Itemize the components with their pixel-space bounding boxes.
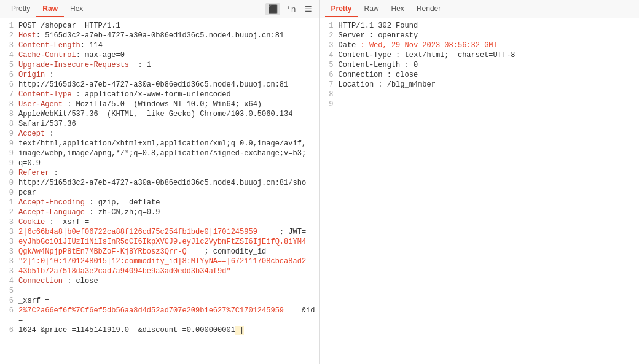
line-text (339, 90, 637, 99)
line: 343b51b72a7518da3e2cad7a94094be9a3ad0edd… (0, 266, 320, 276)
line-text: Content-Type : text/html; charset=UTF-8 (339, 50, 637, 60)
line: 0pcar (0, 188, 320, 198)
line-number: 2 (2, 207, 14, 217)
line-number: 2 (323, 31, 334, 41)
line-text: HTTP/1.1 302 Found (339, 21, 637, 31)
line-number: 5 (2, 60, 14, 70)
line-number: 6 (2, 296, 14, 306)
line-text: http://5165d3c2-a7eb-4727-a30a-0b86ed1d3… (18, 178, 317, 188)
line-number: 0 (2, 178, 14, 188)
line: 3Cookie : _xsrf = (0, 217, 320, 227)
line: 7Content-Type : application/x-www-form-u… (0, 90, 320, 99)
line: 7Location : /blg_m4mber (320, 80, 640, 90)
line-number: 1 (2, 198, 14, 207)
left-tab-pretty[interactable]: Pretty (5, 1, 36, 17)
line: 9q=0.9 (0, 158, 320, 168)
line-number: 7 (2, 90, 14, 99)
line-text: User-Agent : Mozilla/5.0 (Windows NT 10.… (18, 99, 317, 109)
line-text: Upgrade-Insecure-Requests : 1 (18, 60, 317, 70)
right-content: 1HTTP/1.1 302 Found2Server : openresty3D… (320, 18, 640, 364)
line-text: Referer : (18, 168, 317, 178)
line-text: Origin : (18, 70, 317, 80)
line-number: 6 (2, 80, 14, 90)
line: 3Content-Length: 114 (0, 41, 320, 50)
line-number: 9 (323, 99, 334, 109)
line-text: POST /shopcar HTTP/1.1 (18, 21, 317, 31)
line: 8 (320, 90, 640, 99)
line-text: q=0.9 (18, 158, 317, 168)
line-number: 3 (2, 217, 14, 227)
menu-icon[interactable]: ☰ (302, 3, 315, 15)
right-tab-hex[interactable]: Hex (385, 1, 410, 17)
line: 2Accept-Language : zh-CN,zh;q=0.9 (0, 207, 320, 217)
line-text (339, 99, 637, 109)
line-number: 9 (2, 158, 14, 168)
left-panel: Pretty Raw Hex ⬛ ⁱn ☰ 1POST /shopcar HTT… (0, 0, 320, 364)
line: 0Referer : (0, 168, 320, 178)
line: 5Content-Length : 0 (320, 60, 640, 70)
line: 9 (320, 99, 640, 109)
line-text (18, 286, 317, 296)
line: 8Safari/537.36 (0, 119, 320, 129)
line: 5Upgrade-Insecure-Requests : 1 (0, 60, 320, 70)
line-number: 9 (2, 149, 14, 158)
line-text: Cookie : _xsrf = (18, 217, 317, 227)
line-number: 3 (2, 247, 14, 257)
line-number: 4 (2, 50, 14, 60)
line: 1POST /shopcar HTTP/1.1 (0, 21, 320, 31)
line-text: Safari/537.36 (18, 119, 317, 129)
line-text: eyJhbGciOiJIUzI1NiIsInR5cCI6IkpXVCJ9.eyJ… (18, 237, 317, 247)
line-text: Cache-Control: max-age=0 (18, 50, 317, 60)
right-tab-pretty[interactable]: Pretty (325, 1, 358, 17)
line-number: 3 (2, 266, 14, 276)
line-number: 9 (2, 139, 14, 149)
line-text: Connection : close (18, 276, 317, 286)
line-number: 3 (2, 41, 14, 50)
line: 9Accept : (0, 129, 320, 139)
line-text: "2|1:0|10:1701248015|12:commodity_id|8:M… (18, 257, 317, 266)
line-number: 1 (2, 21, 14, 31)
line: 8AppleWebKit/537.36 (KHTML, like Gecko) … (0, 109, 320, 119)
line-text: Date : Wed, 29 Nov 2023 08:56:32 GMT (339, 41, 637, 50)
line: 6_xsrf = (0, 296, 320, 306)
left-tab-hex[interactable]: Hex (64, 1, 89, 17)
line: 32|6c66b4a8|b0ef06722ca88f126cd75c254fb1… (0, 227, 320, 237)
line-number: 4 (323, 50, 334, 60)
line: 5 (0, 286, 320, 296)
line: 1Accept-Encoding : gzip, deflate (0, 198, 320, 207)
wrap-icon[interactable]: ⁱn (284, 3, 299, 15)
line-text: Location : /blg_m4mber (339, 80, 637, 90)
line-number: 9 (2, 129, 14, 139)
line-number: 5 (323, 60, 334, 70)
line-text: 43b51b72a7518da3e2cad7a94094be9a3ad0edd3… (18, 266, 317, 276)
left-tab-raw[interactable]: Raw (36, 1, 64, 17)
line: 6Connection : close (320, 70, 640, 80)
line: 2Server : openresty (320, 31, 640, 41)
right-tab-raw[interactable]: Raw (358, 1, 385, 17)
line: 4Connection : close (0, 276, 320, 286)
line: 2Host: 5165d3c2-a7eb-4727-a30a-0b86ed1d3… (0, 31, 320, 41)
line-text: 2|6c66b4a8|b0ef06722ca88f126cd75c254fb1b… (18, 227, 317, 237)
line: 8User-Agent : Mozilla/5.0 (Windows NT 10… (0, 99, 320, 109)
right-tab-render[interactable]: Render (410, 1, 447, 17)
format-icon[interactable]: ⬛ (265, 3, 280, 15)
line-number: 8 (2, 109, 14, 119)
line-text: image/webp,image/apng,*/*;q=0.8,applicat… (18, 149, 317, 158)
line-text: Host: 5165d3c2-a7eb-4727-a30a-0b86ed1d36… (18, 31, 317, 41)
line-text: Server : openresty (339, 31, 637, 41)
line: 0http://5165d3c2-a7eb-4727-a30a-0b86ed1d… (0, 178, 320, 188)
line-text: text/html,application/xhtml+xml,applicat… (18, 139, 317, 149)
line-number: 7 (323, 80, 334, 90)
line-number: 8 (323, 90, 334, 99)
right-tab-bar: Pretty Raw Hex Render (320, 0, 640, 18)
right-panel: Pretty Raw Hex Render 1HTTP/1.1 302 Foun… (320, 0, 640, 364)
line-text: http://5165d3c2-a7eb-4727-a30a-0b86ed1d3… (18, 80, 317, 90)
line: 9text/html,application/xhtml+xml,applica… (0, 139, 320, 149)
line-number: 6 (2, 70, 14, 80)
line-number: 8 (2, 119, 14, 129)
line-number: 6 (323, 70, 334, 80)
line: 6Origin : (0, 70, 320, 80)
line-text: 2%7C2a66ef6f%7Cf6ef5db56aa8d4d52ad707e20… (18, 306, 317, 325)
left-content: 1POST /shopcar HTTP/1.12Host: 5165d3c2-a… (0, 18, 320, 364)
line-text: 1624 &price =1145141919.0 &discount =0.0… (18, 325, 317, 335)
